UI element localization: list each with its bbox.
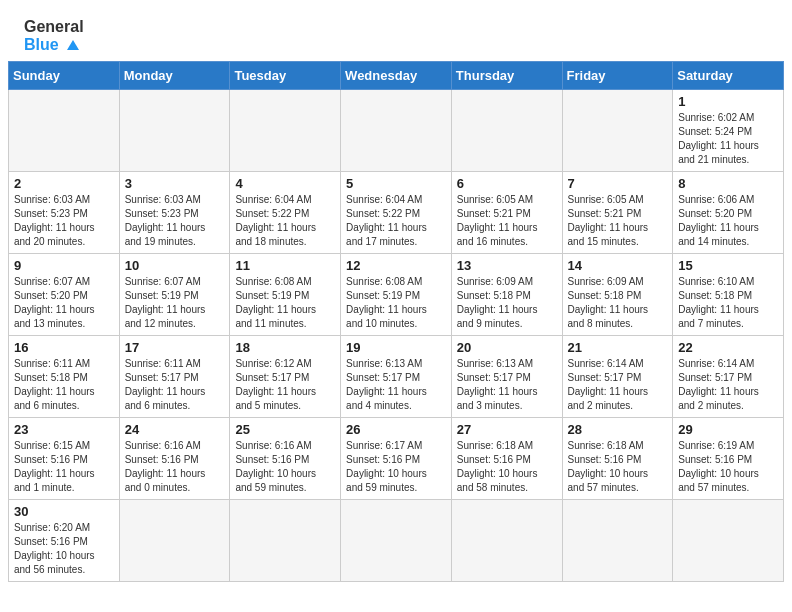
day-info: Sunrise: 6:13 AM Sunset: 5:17 PM Dayligh… — [457, 357, 557, 413]
calendar-cell: 17Sunrise: 6:11 AM Sunset: 5:17 PM Dayli… — [119, 336, 230, 418]
day-number: 6 — [457, 176, 557, 191]
day-number: 14 — [568, 258, 668, 273]
day-number: 25 — [235, 422, 335, 437]
day-number: 13 — [457, 258, 557, 273]
day-number: 1 — [678, 94, 778, 109]
calendar-cell: 4Sunrise: 6:04 AM Sunset: 5:22 PM Daylig… — [230, 172, 341, 254]
calendar-cell — [673, 500, 784, 582]
day-info: Sunrise: 6:11 AM Sunset: 5:17 PM Dayligh… — [125, 357, 225, 413]
calendar-cell — [230, 500, 341, 582]
day-info: Sunrise: 6:13 AM Sunset: 5:17 PM Dayligh… — [346, 357, 446, 413]
day-number: 10 — [125, 258, 225, 273]
calendar-cell: 14Sunrise: 6:09 AM Sunset: 5:18 PM Dayli… — [562, 254, 673, 336]
day-number: 23 — [14, 422, 114, 437]
day-number: 19 — [346, 340, 446, 355]
calendar-cell: 27Sunrise: 6:18 AM Sunset: 5:16 PM Dayli… — [451, 418, 562, 500]
calendar-cell — [451, 500, 562, 582]
weekday-header-tuesday: Tuesday — [230, 62, 341, 90]
day-info: Sunrise: 6:20 AM Sunset: 5:16 PM Dayligh… — [14, 521, 114, 577]
day-info: Sunrise: 6:03 AM Sunset: 5:23 PM Dayligh… — [14, 193, 114, 249]
day-info: Sunrise: 6:05 AM Sunset: 5:21 PM Dayligh… — [457, 193, 557, 249]
day-info: Sunrise: 6:15 AM Sunset: 5:16 PM Dayligh… — [14, 439, 114, 495]
day-info: Sunrise: 6:04 AM Sunset: 5:22 PM Dayligh… — [235, 193, 335, 249]
day-info: Sunrise: 6:18 AM Sunset: 5:16 PM Dayligh… — [457, 439, 557, 495]
day-number: 4 — [235, 176, 335, 191]
day-info: Sunrise: 6:09 AM Sunset: 5:18 PM Dayligh… — [457, 275, 557, 331]
calendar-cell: 19Sunrise: 6:13 AM Sunset: 5:17 PM Dayli… — [341, 336, 452, 418]
day-info: Sunrise: 6:12 AM Sunset: 5:17 PM Dayligh… — [235, 357, 335, 413]
day-number: 3 — [125, 176, 225, 191]
calendar-cell: 22Sunrise: 6:14 AM Sunset: 5:17 PM Dayli… — [673, 336, 784, 418]
calendar-cell: 6Sunrise: 6:05 AM Sunset: 5:21 PM Daylig… — [451, 172, 562, 254]
day-number: 22 — [678, 340, 778, 355]
logo: General Blue — [24, 18, 84, 53]
calendar-cell: 1Sunrise: 6:02 AM Sunset: 5:24 PM Daylig… — [673, 90, 784, 172]
calendar-cell: 11Sunrise: 6:08 AM Sunset: 5:19 PM Dayli… — [230, 254, 341, 336]
day-info: Sunrise: 6:02 AM Sunset: 5:24 PM Dayligh… — [678, 111, 778, 167]
day-number: 2 — [14, 176, 114, 191]
day-number: 17 — [125, 340, 225, 355]
day-info: Sunrise: 6:16 AM Sunset: 5:16 PM Dayligh… — [235, 439, 335, 495]
header: General Blue — [0, 0, 792, 61]
day-info: Sunrise: 6:18 AM Sunset: 5:16 PM Dayligh… — [568, 439, 668, 495]
day-number: 30 — [14, 504, 114, 519]
calendar-cell: 8Sunrise: 6:06 AM Sunset: 5:20 PM Daylig… — [673, 172, 784, 254]
svg-marker-0 — [67, 40, 79, 50]
calendar-cell — [9, 90, 120, 172]
calendar-cell: 28Sunrise: 6:18 AM Sunset: 5:16 PM Dayli… — [562, 418, 673, 500]
day-number: 28 — [568, 422, 668, 437]
calendar-cell — [562, 500, 673, 582]
weekday-header-sunday: Sunday — [9, 62, 120, 90]
calendar-cell: 2Sunrise: 6:03 AM Sunset: 5:23 PM Daylig… — [9, 172, 120, 254]
calendar-cell: 12Sunrise: 6:08 AM Sunset: 5:19 PM Dayli… — [341, 254, 452, 336]
day-info: Sunrise: 6:04 AM Sunset: 5:22 PM Dayligh… — [346, 193, 446, 249]
day-info: Sunrise: 6:09 AM Sunset: 5:18 PM Dayligh… — [568, 275, 668, 331]
calendar-cell — [562, 90, 673, 172]
day-number: 20 — [457, 340, 557, 355]
day-number: 26 — [346, 422, 446, 437]
calendar-cell: 5Sunrise: 6:04 AM Sunset: 5:22 PM Daylig… — [341, 172, 452, 254]
calendar-cell: 18Sunrise: 6:12 AM Sunset: 5:17 PM Dayli… — [230, 336, 341, 418]
day-number: 15 — [678, 258, 778, 273]
day-number: 18 — [235, 340, 335, 355]
day-number: 27 — [457, 422, 557, 437]
day-number: 8 — [678, 176, 778, 191]
calendar-cell: 25Sunrise: 6:16 AM Sunset: 5:16 PM Dayli… — [230, 418, 341, 500]
day-info: Sunrise: 6:06 AM Sunset: 5:20 PM Dayligh… — [678, 193, 778, 249]
day-info: Sunrise: 6:17 AM Sunset: 5:16 PM Dayligh… — [346, 439, 446, 495]
day-info: Sunrise: 6:11 AM Sunset: 5:18 PM Dayligh… — [14, 357, 114, 413]
day-info: Sunrise: 6:16 AM Sunset: 5:16 PM Dayligh… — [125, 439, 225, 495]
day-number: 29 — [678, 422, 778, 437]
calendar-wrapper: SundayMondayTuesdayWednesdayThursdayFrid… — [0, 61, 792, 590]
calendar-cell — [230, 90, 341, 172]
calendar-cell: 26Sunrise: 6:17 AM Sunset: 5:16 PM Dayli… — [341, 418, 452, 500]
calendar-cell: 10Sunrise: 6:07 AM Sunset: 5:19 PM Dayli… — [119, 254, 230, 336]
day-info: Sunrise: 6:14 AM Sunset: 5:17 PM Dayligh… — [568, 357, 668, 413]
calendar-cell — [341, 500, 452, 582]
calendar-cell — [451, 90, 562, 172]
calendar-cell: 24Sunrise: 6:16 AM Sunset: 5:16 PM Dayli… — [119, 418, 230, 500]
weekday-header-friday: Friday — [562, 62, 673, 90]
day-number: 11 — [235, 258, 335, 273]
calendar-cell: 16Sunrise: 6:11 AM Sunset: 5:18 PM Dayli… — [9, 336, 120, 418]
day-info: Sunrise: 6:08 AM Sunset: 5:19 PM Dayligh… — [346, 275, 446, 331]
calendar-cell: 7Sunrise: 6:05 AM Sunset: 5:21 PM Daylig… — [562, 172, 673, 254]
calendar-cell — [119, 90, 230, 172]
day-number: 21 — [568, 340, 668, 355]
calendar-cell — [341, 90, 452, 172]
calendar-cell: 15Sunrise: 6:10 AM Sunset: 5:18 PM Dayli… — [673, 254, 784, 336]
calendar-cell: 20Sunrise: 6:13 AM Sunset: 5:17 PM Dayli… — [451, 336, 562, 418]
calendar-cell: 29Sunrise: 6:19 AM Sunset: 5:16 PM Dayli… — [673, 418, 784, 500]
day-number: 16 — [14, 340, 114, 355]
calendar-cell: 30Sunrise: 6:20 AM Sunset: 5:16 PM Dayli… — [9, 500, 120, 582]
calendar-cell: 3Sunrise: 6:03 AM Sunset: 5:23 PM Daylig… — [119, 172, 230, 254]
day-info: Sunrise: 6:14 AM Sunset: 5:17 PM Dayligh… — [678, 357, 778, 413]
day-info: Sunrise: 6:10 AM Sunset: 5:18 PM Dayligh… — [678, 275, 778, 331]
day-info: Sunrise: 6:03 AM Sunset: 5:23 PM Dayligh… — [125, 193, 225, 249]
calendar-cell — [119, 500, 230, 582]
weekday-header-wednesday: Wednesday — [341, 62, 452, 90]
calendar-table: SundayMondayTuesdayWednesdayThursdayFrid… — [8, 61, 784, 582]
day-info: Sunrise: 6:07 AM Sunset: 5:19 PM Dayligh… — [125, 275, 225, 331]
day-number: 24 — [125, 422, 225, 437]
day-number: 9 — [14, 258, 114, 273]
